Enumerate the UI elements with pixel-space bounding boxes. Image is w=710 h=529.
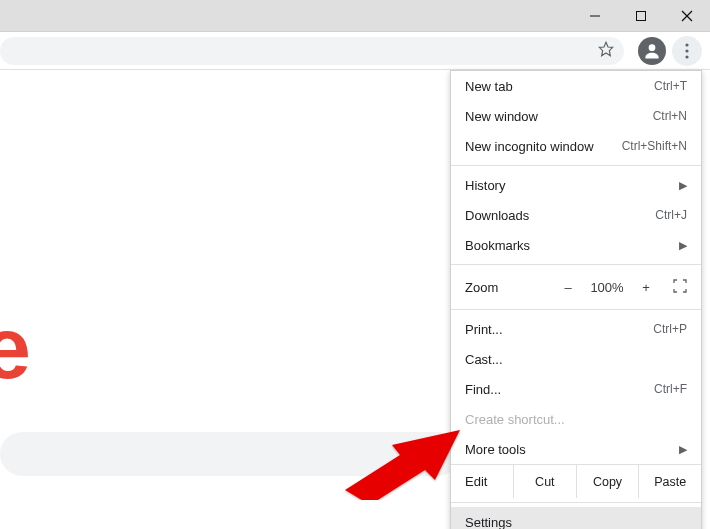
menu-label: New incognito window xyxy=(465,139,622,154)
menu-new-tab[interactable]: New tab Ctrl+T xyxy=(451,71,701,101)
menu-bookmarks[interactable]: Bookmarks ▶ xyxy=(451,230,701,260)
menu-label: New tab xyxy=(465,79,654,94)
menu-separator xyxy=(451,165,701,166)
browser-toolbar xyxy=(0,32,710,70)
menu-create-shortcut: Create shortcut... xyxy=(451,404,701,434)
edit-copy-button[interactable]: Copy xyxy=(576,465,639,498)
svg-marker-12 xyxy=(345,430,460,500)
menu-edit-row: Edit Cut Copy Paste xyxy=(451,464,701,498)
fullscreen-icon[interactable] xyxy=(673,279,687,296)
menu-shortcut: Ctrl+F xyxy=(654,382,687,396)
window-titlebar xyxy=(0,0,710,32)
edit-paste-button[interactable]: Paste xyxy=(638,465,701,498)
svg-rect-1 xyxy=(637,11,646,20)
chrome-main-menu: New tab Ctrl+T New window Ctrl+N New inc… xyxy=(450,70,702,529)
menu-settings[interactable]: Settings xyxy=(451,507,701,529)
maximize-button[interactable] xyxy=(618,0,664,32)
close-button[interactable] xyxy=(664,0,710,32)
submenu-arrow-icon: ▶ xyxy=(679,179,687,192)
menu-label: Zoom xyxy=(465,280,551,295)
svg-point-7 xyxy=(685,49,688,52)
menu-label: Downloads xyxy=(465,208,655,223)
submenu-arrow-icon: ▶ xyxy=(679,443,687,456)
menu-label: Settings xyxy=(465,515,687,530)
zoom-value: 100% xyxy=(587,280,627,295)
menu-print[interactable]: Print... Ctrl+P xyxy=(451,314,701,344)
menu-separator xyxy=(451,309,701,310)
menu-cast[interactable]: Cast... xyxy=(451,344,701,374)
menu-shortcut: Ctrl+Shift+N xyxy=(622,139,687,153)
menu-label: Create shortcut... xyxy=(465,412,687,427)
menu-downloads[interactable]: Downloads Ctrl+J xyxy=(451,200,701,230)
zoom-in-button[interactable]: + xyxy=(637,280,655,295)
minimize-button[interactable] xyxy=(572,0,618,32)
menu-new-window[interactable]: New window Ctrl+N xyxy=(451,101,701,131)
menu-history[interactable]: History ▶ xyxy=(451,170,701,200)
menu-separator xyxy=(451,502,701,503)
menu-label: Cast... xyxy=(465,352,687,367)
menu-new-incognito[interactable]: New incognito window Ctrl+Shift+N xyxy=(451,131,701,161)
submenu-arrow-icon: ▶ xyxy=(679,239,687,252)
svg-point-8 xyxy=(685,55,688,58)
menu-shortcut: Ctrl+J xyxy=(655,208,687,222)
menu-shortcut: Ctrl+P xyxy=(653,322,687,336)
menu-label: Bookmarks xyxy=(465,238,679,253)
zoom-out-button[interactable]: – xyxy=(559,280,577,295)
profile-avatar-icon[interactable] xyxy=(638,37,666,65)
edit-cut-button[interactable]: Cut xyxy=(513,465,576,498)
address-bar[interactable] xyxy=(0,37,624,65)
menu-label: History xyxy=(465,178,679,193)
svg-point-6 xyxy=(685,43,688,46)
menu-more-tools[interactable]: More tools ▶ xyxy=(451,434,701,464)
menu-label: New window xyxy=(465,109,653,124)
menu-shortcut: Ctrl+T xyxy=(654,79,687,93)
svg-marker-4 xyxy=(599,42,612,55)
svg-point-5 xyxy=(649,44,656,51)
menu-label: Find... xyxy=(465,382,654,397)
annotation-arrow-icon xyxy=(340,420,470,500)
menu-label: More tools xyxy=(465,442,679,457)
menu-label: Print... xyxy=(465,322,653,337)
menu-separator xyxy=(451,264,701,265)
google-logo-fragment: e xyxy=(0,304,31,392)
menu-shortcut: Ctrl+N xyxy=(653,109,687,123)
menu-find[interactable]: Find... Ctrl+F xyxy=(451,374,701,404)
menu-kebab-icon[interactable] xyxy=(672,36,702,66)
bookmark-star-icon[interactable] xyxy=(598,41,614,61)
menu-zoom: Zoom – 100% + xyxy=(451,269,701,305)
